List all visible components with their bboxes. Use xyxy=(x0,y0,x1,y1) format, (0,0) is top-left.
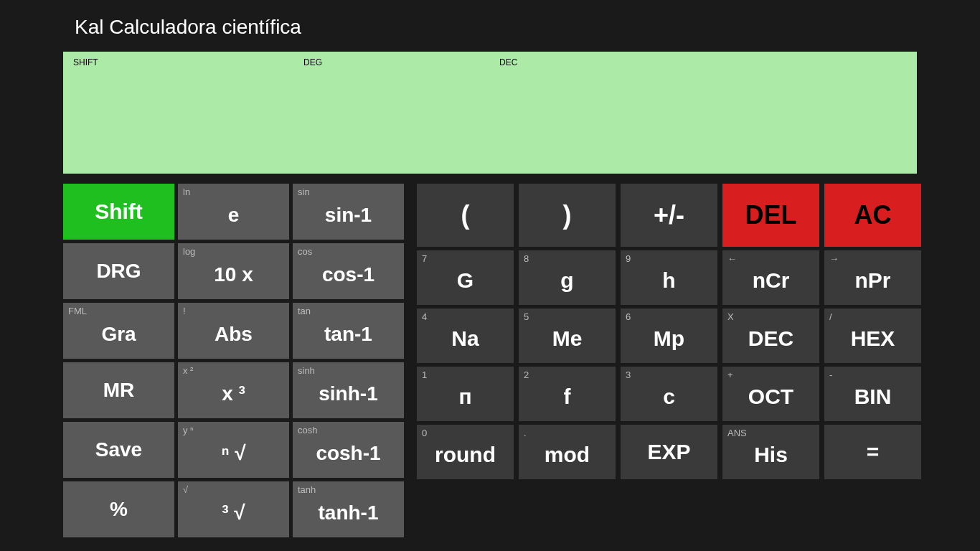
key-save[interactable]: Save xyxy=(63,422,174,478)
key-oct-altlabel: + xyxy=(727,369,733,380)
key-abs[interactable]: !Abs xyxy=(178,303,289,359)
key-nroot-label: ⁿ √ xyxy=(221,442,245,465)
indicator-deg: DEG xyxy=(303,57,322,67)
key-acosh-altlabel: cosh xyxy=(298,425,317,435)
key-atanh-label: tanh-1 xyxy=(319,501,379,524)
key-asin[interactable]: sinsin-1 xyxy=(293,184,404,240)
key-ac[interactable]: AC xyxy=(824,184,921,247)
key-na[interactable]: 4Na xyxy=(417,309,514,363)
key-round[interactable]: 0round xyxy=(417,425,514,479)
key-me[interactable]: 5Me xyxy=(519,309,616,363)
key-mod[interactable]: .mod xyxy=(519,425,616,479)
key-del[interactable]: DEL xyxy=(722,184,819,247)
key-mod-altlabel: . xyxy=(524,428,527,438)
key-oct-label: OCT xyxy=(748,385,793,409)
key-gra[interactable]: FMLGra xyxy=(63,303,174,359)
key-shift[interactable]: Shift xyxy=(63,184,174,240)
key-f-const-label: f xyxy=(564,385,571,409)
key-tenx[interactable]: log10 x xyxy=(178,243,289,299)
calc-display: SHIFT DEG DEC xyxy=(63,52,917,174)
key-his-label: His xyxy=(754,443,788,467)
key-c-const-label: c xyxy=(663,385,675,409)
key-acosh-label: cosh-1 xyxy=(316,442,380,465)
key-cube-altlabel: x ² xyxy=(183,365,193,376)
key-negate[interactable]: +/- xyxy=(621,184,717,247)
key-mp[interactable]: 6Mp xyxy=(621,309,717,363)
key-tenx-altlabel: log xyxy=(183,246,195,257)
key-oct[interactable]: +OCT xyxy=(722,367,819,421)
key-pi[interactable]: 1п xyxy=(417,367,514,421)
key-cuberoot[interactable]: √³ √ xyxy=(178,481,289,537)
key-npr-altlabel: → xyxy=(829,253,839,264)
key-mr[interactable]: MR xyxy=(63,362,174,418)
key-asin-altlabel: sin xyxy=(298,187,310,197)
key-c-const-altlabel: 3 xyxy=(626,369,631,380)
key-rparen[interactable]: ) xyxy=(519,184,616,247)
key-g-const[interactable]: 7G xyxy=(417,250,514,305)
key-na-label: Na xyxy=(451,326,479,351)
key-cube[interactable]: x ²x ³ xyxy=(178,362,289,418)
key-c-const[interactable]: 3c xyxy=(621,367,717,421)
key-pct[interactable]: % xyxy=(63,481,174,537)
key-equals[interactable]: = xyxy=(824,425,921,479)
key-gra-label: Gra xyxy=(101,323,136,346)
app-title: Kal Calculadora científica xyxy=(0,0,980,39)
key-tenx-label: 10 x xyxy=(214,263,253,286)
key-atan[interactable]: tantan-1 xyxy=(293,303,404,359)
key-gra-altlabel: FML xyxy=(68,306,87,316)
key-del-label: DEL xyxy=(745,200,797,230)
key-pi-label: п xyxy=(458,385,471,409)
key-atan-label: tan-1 xyxy=(324,323,372,346)
key-dec-label: DEC xyxy=(748,326,793,351)
key-g-small[interactable]: 8g xyxy=(519,250,616,305)
key-cuberoot-altlabel: √ xyxy=(183,484,188,495)
key-round-label: round xyxy=(435,443,496,467)
key-g-const-altlabel: 7 xyxy=(422,253,427,264)
key-nroot[interactable]: y ⁿⁿ √ xyxy=(178,422,289,478)
key-lparen[interactable]: ( xyxy=(417,184,514,247)
key-atan-altlabel: tan xyxy=(298,306,311,316)
key-dec-altlabel: X xyxy=(727,311,734,322)
key-e-altlabel: ln xyxy=(183,187,190,197)
key-shift-label: Shift xyxy=(95,199,143,224)
key-nroot-altlabel: y ⁿ xyxy=(183,425,194,435)
key-me-label: Me xyxy=(552,326,583,351)
key-mp-label: Mp xyxy=(654,326,684,351)
key-drg[interactable]: DRG xyxy=(63,243,174,299)
key-exp[interactable]: EXP xyxy=(621,425,717,479)
key-h-const-altlabel: 9 xyxy=(626,253,631,264)
key-atanh[interactable]: tanhtanh-1 xyxy=(293,481,404,537)
key-acos-altlabel: cos xyxy=(298,246,312,257)
key-hex-altlabel: / xyxy=(829,311,832,322)
key-bin-altlabel: - xyxy=(829,369,832,380)
key-asinh[interactable]: sinhsinh-1 xyxy=(293,362,404,418)
key-e-label: e xyxy=(228,204,240,227)
key-equals-label: = xyxy=(867,440,880,464)
key-acos[interactable]: coscos-1 xyxy=(293,243,404,299)
indicator-dec: DEC xyxy=(499,57,517,67)
key-npr[interactable]: →nPr xyxy=(824,250,921,305)
key-negate-label: +/- xyxy=(654,200,684,230)
key-mod-label: mod xyxy=(545,443,590,467)
key-f-const[interactable]: 2f xyxy=(519,367,616,421)
key-acosh[interactable]: coshcosh-1 xyxy=(293,422,404,478)
key-asin-label: sin-1 xyxy=(325,204,372,227)
key-dec[interactable]: XDEC xyxy=(722,309,819,363)
key-abs-altlabel: ! xyxy=(183,306,186,316)
key-bin[interactable]: -BIN xyxy=(824,367,921,421)
key-ncr-label: nCr xyxy=(753,268,790,293)
key-round-altlabel: 0 xyxy=(422,428,427,438)
key-hex[interactable]: /HEX xyxy=(824,309,921,363)
key-mr-label: MR xyxy=(103,379,135,402)
key-ncr[interactable]: ←nCr xyxy=(722,250,819,305)
key-his-altlabel: ANS xyxy=(727,428,747,438)
key-his[interactable]: ANSHis xyxy=(722,425,819,479)
key-cuberoot-label: ³ √ xyxy=(222,501,245,524)
key-asinh-label: sinh-1 xyxy=(319,382,377,405)
key-npr-label: nPr xyxy=(854,268,890,293)
key-abs-label: Abs xyxy=(215,323,253,346)
key-ac-label: AC xyxy=(854,200,892,230)
key-e[interactable]: lne xyxy=(178,184,289,240)
key-h-const[interactable]: 9h xyxy=(621,250,717,305)
key-me-altlabel: 5 xyxy=(524,311,529,322)
